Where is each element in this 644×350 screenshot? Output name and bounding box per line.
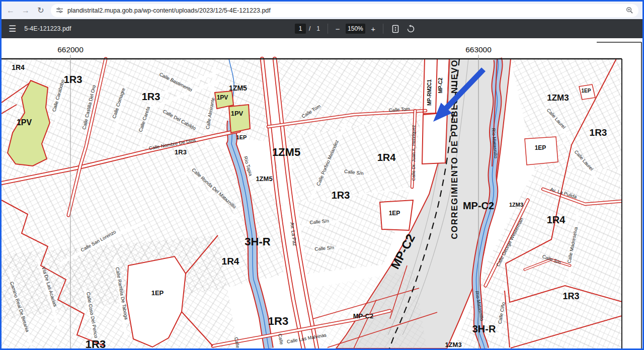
zone-label: 1R3 [175, 148, 187, 156]
zone-label: 1EP [236, 134, 247, 140]
zone-label: 1EP [535, 144, 546, 151]
zone-label: 1PV [17, 118, 32, 127]
zone-label: 1R4 [222, 256, 239, 267]
toolbar-divider [328, 24, 328, 34]
zone-label: 1ZM3 [509, 202, 523, 208]
zone-label: 1ZM3 [445, 341, 461, 348]
pdf-page[interactable]: 662000663000 1R41R31R31PV1ZM51PV1PV1EP1R… [2, 38, 642, 348]
back-icon[interactable]: ← [5, 5, 17, 17]
browser-window: ← → ↻ plandistrital2.mupa.gob.pa/wp-cont… [0, 0, 644, 350]
pdf-controls: 1 / 1 − 150% + [295, 19, 419, 38]
rotate-icon[interactable] [407, 25, 415, 33]
pdf-filename: 5-4E-121223.pdf [24, 25, 71, 32]
browser-toolbar: ← → ↻ plandistrital2.mupa.gob.pa/wp-cont… [2, 2, 642, 19]
zone-label: 1R3 [590, 127, 607, 138]
zone-label: 1EP [151, 289, 164, 297]
zone-label: MP-C2 [438, 77, 443, 94]
zone-label: MP-C2 [463, 200, 494, 211]
zone-label: 3H-R [245, 235, 270, 248]
toolbar-divider [383, 24, 383, 34]
grid-label: 662000 [57, 45, 84, 54]
zone-label: 1ZM3 [547, 93, 569, 103]
zone-label: 1R4 [12, 63, 25, 71]
zone-label: 1PV [217, 94, 228, 101]
zoning-map[interactable]: 662000663000 1R41R31R31PV1ZM51PV1PV1EP1R… [2, 38, 642, 348]
address-bar[interactable]: plandistrital2.mupa.gob.pa/wp-content/up… [51, 4, 638, 17]
zone-label: CORREGIMIENTO DE PUEBLO NUEVO [450, 59, 459, 239]
zone-label: MP-C2 [353, 312, 373, 320]
zone-label: 1EP [582, 88, 591, 94]
page-total: 1 [316, 25, 320, 32]
zone-label: 1R3 [86, 338, 106, 348]
forward-icon[interactable]: → [20, 5, 32, 17]
zone-label: 1ZM5 [272, 146, 300, 158]
zoom-indicator-icon[interactable] [626, 7, 633, 14]
fit-page-icon[interactable] [391, 25, 399, 33]
zone-label: MP-RM2C1 [427, 79, 432, 106]
grid-label: 663000 [465, 45, 492, 54]
zone-label: 1ZM5 [229, 84, 247, 92]
zone-label: 1R3 [562, 291, 579, 301]
menu-icon[interactable]: ☰ [9, 25, 16, 33]
zoom-in-button[interactable]: + [368, 25, 378, 33]
zone-label: 1EP [389, 210, 400, 217]
zone-label: 1R4 [547, 214, 566, 225]
map-content [2, 59, 622, 348]
zone-label: 1R3 [332, 190, 350, 201]
street-label: Calle Dr. Juan A. Henríquez [411, 125, 416, 181]
zone-label: 1R4 [377, 152, 396, 163]
site-settings-icon[interactable] [56, 7, 63, 14]
page-separator: / [309, 25, 310, 32]
utm-grid-labels: 662000663000 [57, 45, 492, 54]
zone-label: 1PV [231, 110, 244, 117]
page-number-input[interactable]: 1 [295, 24, 306, 34]
park-parcel [229, 105, 250, 133]
zone-label: 1R3 [64, 74, 83, 85]
pdf-toolbar: ☰ 5-4E-121223.pdf 1 / 1 − 150% + [2, 19, 642, 38]
zone-label: 1R3 [268, 315, 288, 327]
zone-label: 1ZM5 [256, 175, 272, 183]
zoom-out-button[interactable]: − [333, 25, 343, 33]
zone-label: 1R3 [142, 91, 160, 102]
zoom-level-value[interactable]: 150% [346, 24, 365, 34]
url-text[interactable]: plandistrital2.mupa.gob.pa/wp-content/up… [67, 7, 626, 14]
reload-icon[interactable]: ↻ [35, 5, 47, 17]
street-label: Calle [277, 333, 285, 345]
zone-label: 3H-R [472, 323, 496, 334]
